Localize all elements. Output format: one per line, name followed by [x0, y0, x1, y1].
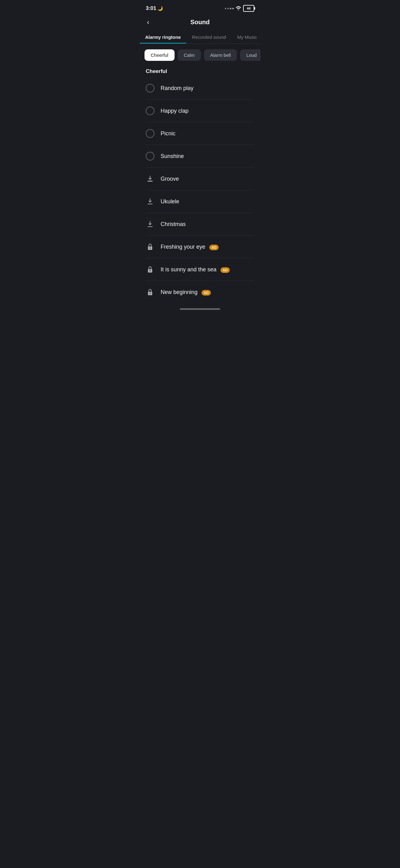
- battery-level: 44: [247, 6, 251, 10]
- battery-indicator: 44: [243, 5, 254, 12]
- filter-alarm-bell[interactable]: Alarm bell: [204, 49, 237, 61]
- svg-rect-3: [147, 181, 153, 182]
- signal-icon: [225, 8, 234, 9]
- sound-name-picnic: Picnic: [161, 130, 175, 137]
- sound-name-freshing: Freshing your eye AD: [161, 244, 219, 250]
- sound-item-ukulele[interactable]: Ukulele: [146, 190, 254, 213]
- sound-item-happy-clap[interactable]: Happy clap: [146, 100, 254, 122]
- sound-name-new-beginning: New beginning AD: [161, 289, 211, 296]
- back-button[interactable]: ‹: [146, 17, 151, 28]
- ad-badge-sunny: AD: [221, 267, 230, 273]
- download-icon-ukulele: [146, 197, 155, 206]
- status-time: 3:01 🌙: [146, 5, 163, 11]
- wifi-icon: [236, 6, 241, 11]
- ad-badge-new-beginning: AD: [202, 290, 211, 296]
- status-right-icons: 44: [225, 5, 254, 12]
- svg-rect-5: [147, 204, 153, 204]
- tab-recorded-sound[interactable]: Recorded sound: [186, 31, 232, 43]
- radio-random-play: [146, 84, 155, 93]
- status-bar: 3:01 🌙 44: [139, 0, 261, 16]
- section-title: Cheerful: [139, 65, 261, 77]
- sound-name-happy-clap: Happy clap: [161, 108, 189, 114]
- sound-name-sunny: It is sunny and the sea AD: [161, 266, 230, 273]
- tab-alarmy-ringtone[interactable]: Alarmy ringtone: [139, 31, 186, 43]
- download-icon-christmas: [146, 220, 155, 228]
- moon-icon: 🌙: [158, 6, 163, 11]
- sound-item-random-play[interactable]: Random play: [146, 77, 254, 100]
- lock-icon-freshing: [146, 243, 155, 251]
- tabs-container: Alarmy ringtone Recorded sound My Music …: [139, 31, 261, 44]
- sound-item-christmas[interactable]: Christmas: [146, 213, 254, 236]
- svg-rect-7: [147, 226, 153, 227]
- home-indicator: [139, 303, 261, 312]
- sound-item-it-is-sunny[interactable]: It is sunny and the sea AD: [146, 258, 254, 281]
- sound-item-freshing-your-eye[interactable]: Freshing your eye AD: [146, 236, 254, 258]
- lock-icon-sunny: [146, 265, 155, 274]
- sound-name-groove: Groove: [161, 176, 179, 182]
- sound-item-new-beginning[interactable]: New beginning AD: [146, 281, 254, 303]
- radio-happy-clap: [146, 106, 155, 115]
- sound-name-christmas: Christmas: [161, 221, 186, 227]
- filter-loud[interactable]: Loud: [240, 49, 261, 61]
- filter-calm[interactable]: Calm: [178, 49, 201, 61]
- svg-point-9: [150, 248, 151, 249]
- filter-cheerful[interactable]: Cheerful: [144, 49, 174, 61]
- svg-point-0: [238, 9, 239, 10]
- filters-container: Cheerful Calm Alarm bell Loud: [139, 44, 261, 65]
- svg-point-13: [150, 293, 151, 294]
- ad-badge-freshing: AD: [209, 245, 219, 250]
- page-title: Sound: [190, 19, 210, 26]
- sound-name-random-play: Random play: [161, 85, 194, 92]
- svg-point-11: [150, 270, 151, 271]
- home-indicator-bar: [180, 308, 220, 310]
- header: ‹ Sound: [139, 16, 261, 31]
- lock-icon-new-beginning: [146, 288, 155, 297]
- tab-my-music[interactable]: My Music: [232, 31, 261, 43]
- sound-item-groove[interactable]: Groove: [146, 168, 254, 190]
- time-display: 3:01: [146, 5, 156, 11]
- sound-name-ukulele: Ukulele: [161, 198, 179, 205]
- download-icon-groove: [146, 175, 155, 183]
- sound-item-sunshine[interactable]: Sunshine: [146, 145, 254, 168]
- sound-list: Random play Happy clap Picnic Sunshine G…: [139, 77, 261, 303]
- sound-name-sunshine: Sunshine: [161, 153, 184, 160]
- radio-picnic: [146, 129, 155, 138]
- sound-item-picnic[interactable]: Picnic: [146, 122, 254, 145]
- radio-sunshine: [146, 152, 155, 160]
